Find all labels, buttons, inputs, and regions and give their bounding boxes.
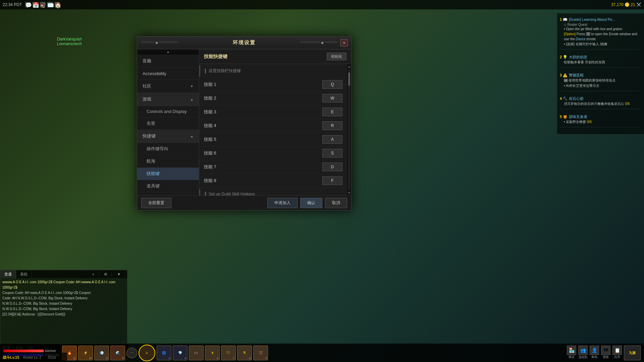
scroll-down-arrow[interactable]: ▼ xyxy=(347,191,351,195)
bird-icon[interactable]: 🦅 xyxy=(40,2,45,7)
character-icon[interactable]: 👤 角色 xyxy=(590,346,599,360)
chat-icon[interactable]: 💬 xyxy=(25,2,31,7)
skill-slot-s2[interactable]: 🗡6 xyxy=(205,346,220,360)
title-deco-left xyxy=(141,42,179,44)
quest-num-4: 4 ⛏️ xyxy=(560,97,568,101)
sidebar-item-game[interactable]: 游戏 xyxy=(137,93,199,106)
top-icons: 💬 📅 🦅 ✉️ 🏠 xyxy=(25,2,60,7)
skill-slot-s3[interactable]: 🛡7 xyxy=(221,346,236,360)
sidebar-sub-controls-display[interactable]: Controls and Display xyxy=(137,106,199,117)
quest-title-2: 大胆的创意 xyxy=(569,55,587,59)
quest-detail-3: M 使用世界地图的莱温哈特传送点 • 向村长艾里传达警示文 xyxy=(560,78,641,88)
clock: 22:34 PDT xyxy=(3,2,22,7)
sidebar-item-audio[interactable]: 音频 xyxy=(137,55,199,68)
scroll-indicator: ▲ ▼ xyxy=(347,64,351,195)
skill-slot-main[interactable]: ⚔ xyxy=(139,345,155,361)
quest-detail-5: • 采集野生蜂蜜 0/6 xyxy=(560,119,641,124)
team-icon[interactable]: 👥 远征队 xyxy=(578,346,588,360)
chat-tab-add[interactable]: + xyxy=(88,272,99,276)
skill-slot-f1[interactable]: F1 xyxy=(189,346,204,360)
keybind-key-2[interactable]: W xyxy=(322,94,342,103)
apply-button[interactable]: 申请加入 xyxy=(267,198,298,208)
level-info: 战斗Lv.15 Roster Lv. 2 312/s xyxy=(0,353,67,362)
sidebar-item-accessibility[interactable]: Accessibility xyxy=(137,68,199,80)
stat-display: 312/s xyxy=(48,356,56,359)
home-icon[interactable]: 🏠 xyxy=(55,2,60,7)
dialog-title: 环境设置 xyxy=(233,40,256,46)
keybind-key-8[interactable]: F xyxy=(322,176,342,185)
keybind-key-1[interactable]: Q xyxy=(322,80,342,89)
hp-fill xyxy=(3,350,44,352)
scroll-track xyxy=(348,69,350,190)
settings-dialog[interactable]: 环境设置 × ▲ 音频 Accessibility xyxy=(137,36,352,210)
quest-detail-4: 消灭罗格尔的岩石碎片雕像并收集岩石心 0/5 xyxy=(560,101,641,106)
skill-slot-extra[interactable]: ⋯ xyxy=(126,348,137,358)
mail-icon[interactable]: ✉️ xyxy=(47,2,53,7)
quest-item-5: 5 🍯甜味瓦食者 • 采集野生蜂蜜 0/6 xyxy=(560,113,641,127)
player-name: DarkVanquish xyxy=(57,37,82,42)
keybind-key-7[interactable]: D xyxy=(322,163,342,171)
sidebar-sub-nametag[interactable]: 名签 xyxy=(137,117,199,130)
scroll-up-arrow[interactable]: ▲ xyxy=(347,65,351,68)
skill-slot-r[interactable]: 🌊R xyxy=(110,346,125,360)
cancel-button[interactable]: 取消 xyxy=(325,198,347,208)
quest-title-5: 甜味瓦食者 xyxy=(569,115,587,119)
reset-all-button[interactable]: 全部重置 xyxy=(141,198,171,208)
keybind-key-4[interactable]: R xyxy=(322,121,342,130)
skill-slot-s4[interactable]: ⚗8 xyxy=(237,346,252,360)
chat-tab-arrow[interactable]: ▼ xyxy=(113,272,125,276)
quest-num-1: 1 📖 xyxy=(560,17,568,21)
skill-slot-z[interactable]: 🌀Z xyxy=(157,346,171,360)
dialog-body: ▲ 音频 Accessibility 社区 游戏 xyxy=(137,49,351,195)
calendar-icon[interactable]: 📅 xyxy=(33,2,38,7)
skill-slot-w[interactable]: ⚡W xyxy=(78,346,93,360)
adventure-icon[interactable]: 🗺 冒险 xyxy=(601,346,610,360)
keybind-row-5: 技能 5 A xyxy=(199,133,347,146)
chat-box: 普通 系统 + ⚙ ▼ wwww.A O E A I-I .com 1000g=… xyxy=(0,270,127,344)
quest-item-1: 1 📖[Guide] Learning About Pe... ◇ Roster… xyxy=(560,16,641,50)
quest-title-4: 岩石心脏 xyxy=(569,97,584,101)
chat-tab-system[interactable]: 系统 xyxy=(16,270,32,278)
reset-button[interactable]: 初始化 xyxy=(327,53,346,60)
quest-item-2: 2 💡大胆的创意 给勤勉本看看 开创性的东西 xyxy=(560,54,641,68)
guide-icon[interactable]: 📋 向导 xyxy=(612,346,622,360)
scroll-thumb xyxy=(348,72,350,86)
dialog-content-area: 技能快捷键 初始化 设置技能栏快捷键 技能 1 Q xyxy=(199,49,351,195)
chat-tab-settings[interactable]: ⚙ xyxy=(100,272,112,277)
quest-detail-1: • Open the jar filled with rice and grai… xyxy=(560,26,641,47)
quest-item-4: 4 ⛏️岩石心脏 消灭罗格尔的岩石碎片雕像并收集岩石心 0/5 xyxy=(560,95,641,109)
chat-content: wwww.A O E A I-I .com 1000g=2$ Coupon Co… xyxy=(0,278,127,318)
skill-slot-s5[interactable]: 🏹9 xyxy=(253,346,268,360)
sidebar-sub-sailing[interactable]: 航海 xyxy=(137,155,199,168)
sidebar-sub-item-key[interactable]: 道具键 xyxy=(137,180,199,192)
quest-num-2: 2 💡 xyxy=(560,55,568,59)
nine-games-logo[interactable]: 九游 xyxy=(624,346,641,360)
keybind-key-3[interactable]: E xyxy=(322,108,342,116)
sidebar-sub-operation-guide[interactable]: 操作键导向 xyxy=(137,143,199,155)
quest-title-3: 警惕恶棍 xyxy=(569,73,584,77)
keybind-key-6[interactable]: S xyxy=(322,149,342,158)
content-title: 技能快捷键 xyxy=(204,54,227,60)
quest-item-3: 3 ⚠️警惕恶棍 M 使用世界地图的莱温哈特传送点 • 向村长艾里传达警示文 xyxy=(560,72,641,91)
chat-tabs: 普通 系统 + ⚙ ▼ xyxy=(0,270,127,278)
sidebar-sub-skill-key[interactable]: 技能键 xyxy=(137,168,199,180)
dialog-title-bar: 环境设置 × xyxy=(137,37,351,49)
sidebar-item-community[interactable]: 社区 xyxy=(137,80,199,93)
store-icon[interactable]: 🏪 商店 xyxy=(567,346,576,360)
currency-display: 37,170 🪙 21 ⚔️ xyxy=(611,2,641,7)
sidebar-item-hotkeys[interactable]: 快捷键 xyxy=(137,130,199,143)
chat-message: Coupon Code: AH www.A O E A I-I .com 100… xyxy=(2,290,125,296)
sidebar-sub-menu-key[interactable]: 菜单键 xyxy=(137,192,199,195)
battle-level: 战斗Lv.15 xyxy=(3,355,19,360)
sidebar-scroll-up[interactable]: ▲ xyxy=(137,49,199,55)
keybind-row-1: 技能 1 Q xyxy=(199,78,347,92)
bottom-action-bar: 930/930 1255/1255 🔥Q ⚡W 💨E 🌊R ⋯ ⚔ 🌀Z 💎X … xyxy=(0,344,644,362)
chat-tab-normal[interactable]: 普通 xyxy=(0,270,16,278)
dialog-close-button[interactable]: × xyxy=(340,39,348,47)
skill-slot-e[interactable]: 💨E xyxy=(94,346,109,360)
keybind-row-3: 技能 3 E xyxy=(199,105,347,119)
skill-slot-x[interactable]: 💎X xyxy=(173,346,187,360)
confirm-button[interactable]: 确认 xyxy=(300,198,322,208)
keybind-key-5[interactable]: A xyxy=(322,135,342,144)
chat-message: Code: AH N.W.G.0.L.D--COM, Big Stock, In… xyxy=(2,296,125,301)
